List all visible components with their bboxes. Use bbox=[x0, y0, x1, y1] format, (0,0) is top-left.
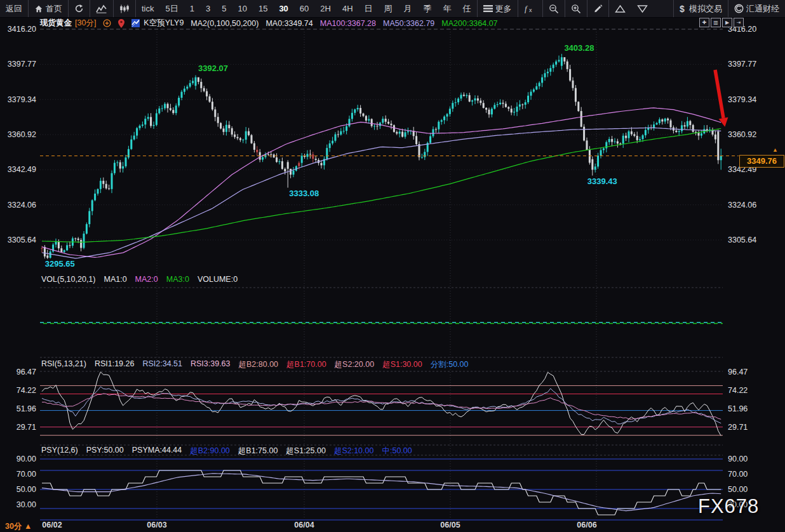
toolbar-item-label: 2H bbox=[320, 4, 331, 13]
toolbar-item-triangle-down[interactable] bbox=[631, 0, 654, 17]
rsi-line-RSI3 bbox=[42, 394, 721, 419]
date-axis-labels: 06/0206/0306/0406/0506/06 bbox=[42, 521, 596, 529]
toolbar-item-period-5[interactable]: 5 bbox=[216, 0, 232, 17]
svg-text:3342.49: 3342.49 bbox=[8, 165, 36, 174]
rsi-pane bbox=[40, 372, 723, 436]
toolbar-item-triangle-up[interactable] bbox=[608, 0, 631, 17]
add-indicator-icon[interactable] bbox=[103, 19, 111, 27]
toolbar-item-fx[interactable]: fx bbox=[518, 0, 542, 17]
psy-indicator-header: PSY(12,6)PSY:50.00PSYMA:44.44超B2:90.00超B… bbox=[41, 446, 412, 456]
trading-app-window: 返回首页tick5日135101530602H4H日周月季年任更多fx$模拟交易… bbox=[0, 0, 785, 532]
menu-icon bbox=[483, 4, 493, 13]
rsi-segment-2: RSI2:34.51 bbox=[142, 359, 182, 370]
psy-segment-0: PSY(12,6) bbox=[41, 446, 78, 456]
rsi-segment-6: 超S2:20.00 bbox=[335, 359, 375, 370]
rsi-axis-labels: 96.4796.4774.2274.2251.9651.9629.7129.71 bbox=[17, 368, 748, 432]
period-label: 30分 bbox=[5, 522, 22, 531]
svg-text:3324.06: 3324.06 bbox=[728, 201, 756, 209]
toolbar-item-candle-chart[interactable] bbox=[113, 0, 135, 17]
svg-text:90.00: 90.00 bbox=[728, 455, 748, 463]
toolbar-item-period-week[interactable]: 周 bbox=[379, 0, 398, 17]
toolbar-item-period-15[interactable]: 15 bbox=[253, 0, 273, 17]
toolbar-item-tick[interactable]: tick bbox=[135, 0, 160, 17]
toolbar-item-period-month[interactable]: 月 bbox=[398, 0, 418, 17]
toolbar-item-period-year[interactable]: 年 bbox=[438, 0, 457, 17]
panel-icon-dock[interactable]: ⇥ bbox=[734, 18, 744, 27]
psy-segment-1: PSY:50.00 bbox=[86, 446, 124, 456]
toolbar-item-label: 周 bbox=[384, 3, 392, 15]
vol-indicator-header: VOL(5,10,20,1)MA1:0MA2:0MA3:0VOLUME:0 bbox=[41, 275, 238, 284]
zoom-in-icon bbox=[571, 4, 581, 14]
toolbar-item-label: 更多 bbox=[495, 3, 512, 15]
panel-icon-play[interactable]: ▶ bbox=[722, 18, 732, 27]
svg-text:3379.34: 3379.34 bbox=[8, 95, 36, 104]
toolbar-item-period-5d[interactable]: 5日 bbox=[160, 0, 184, 17]
toolbar-item-period-2h[interactable]: 2H bbox=[314, 0, 337, 17]
moving-average-lines bbox=[42, 108, 721, 258]
pencil-icon bbox=[593, 4, 603, 13]
toolbar-item-zoom-out[interactable] bbox=[542, 0, 565, 17]
psy-segment-5: 超S1:25.00 bbox=[286, 446, 326, 456]
symbol-name: 现货黄金 bbox=[40, 18, 72, 29]
annotation-3333.08: 3333.08 bbox=[289, 189, 319, 198]
toolbar-item-label: 15 bbox=[258, 4, 267, 13]
toolbar-item-label: 5 bbox=[222, 4, 226, 13]
toolbar-item-home[interactable]: 首页 bbox=[28, 0, 68, 17]
triangle-down-icon bbox=[637, 4, 648, 13]
toolbar-item-back[interactable]: 返回 bbox=[0, 0, 28, 17]
toolbar-item-period-4h[interactable]: 4H bbox=[337, 0, 359, 17]
price-marker-icon: ▲ bbox=[772, 147, 778, 153]
svg-text:06/03: 06/03 bbox=[147, 521, 166, 529]
ma-line-MA50 bbox=[42, 128, 721, 258]
panel-icon-row: ✚▥▶⇥ bbox=[699, 18, 744, 27]
pin-icon[interactable] bbox=[118, 19, 124, 28]
rsi-segment-8: 分割:50.00 bbox=[431, 359, 469, 370]
svg-text:06/06: 06/06 bbox=[577, 521, 596, 529]
svg-text:29.71: 29.71 bbox=[17, 423, 36, 432]
toolbar-item-period-3[interactable]: 3 bbox=[200, 0, 216, 17]
zoom-out-icon bbox=[549, 4, 559, 14]
toolbar-item-line-chart[interactable] bbox=[90, 0, 113, 17]
price-annotations: 3295.653392.073333.083403.283339.43 bbox=[45, 43, 617, 269]
watermark: FX678 bbox=[698, 495, 759, 518]
toolbar-item-label: 日 bbox=[365, 3, 373, 15]
panel-icon-grid[interactable]: ▥ bbox=[711, 18, 721, 27]
study-name[interactable]: K空预YLY9 bbox=[131, 18, 184, 29]
toolbar-item-label: tick bbox=[142, 4, 154, 13]
psy-segment-7: 中:50.00 bbox=[382, 446, 412, 456]
ma-value-1: MA100:3367.28 bbox=[320, 19, 376, 28]
toolbar-item-refresh[interactable] bbox=[68, 0, 90, 17]
svg-text:90.00: 90.00 bbox=[17, 455, 36, 463]
annotation-3339.43: 3339.43 bbox=[587, 176, 617, 186]
toolbar-item-more[interactable]: 更多 bbox=[477, 0, 518, 17]
toolbar-item-period-quarter[interactable]: 季 bbox=[418, 0, 438, 17]
panel-icon-crosshair[interactable]: ✚ bbox=[699, 18, 709, 27]
period-selector[interactable]: 30分 ▲ bbox=[5, 521, 32, 532]
toolbar-item-period-30[interactable]: 30 bbox=[273, 0, 293, 17]
toolbar-item-period-day[interactable]: 日 bbox=[359, 0, 379, 17]
toolbar-item-label: 返回 bbox=[6, 3, 22, 15]
current-price-badge: 3349.76 bbox=[739, 155, 784, 168]
svg-text:74.22: 74.22 bbox=[728, 386, 748, 395]
toolbar-item-label: 4H bbox=[342, 4, 353, 13]
volume-pane bbox=[40, 323, 723, 324]
svg-text:x: x bbox=[529, 7, 532, 13]
svg-text:70.00: 70.00 bbox=[17, 470, 36, 479]
toolbar-item-period-10[interactable]: 10 bbox=[232, 0, 252, 17]
chevron-up-icon: ▲ bbox=[24, 522, 32, 531]
toolbar-item-sim-trade[interactable]: $模拟交易 bbox=[673, 0, 728, 17]
ma-value-0: MA0:3349.74 bbox=[265, 19, 312, 28]
toolbar-item-label: 首页 bbox=[46, 3, 62, 15]
fx-icon: fx bbox=[524, 4, 537, 13]
toolbar-item-period-60[interactable]: 60 bbox=[294, 0, 314, 17]
svg-text:3360.92: 3360.92 bbox=[728, 130, 756, 139]
logo-icon bbox=[734, 4, 744, 13]
toolbar-item-brand[interactable]: 汇通财经 bbox=[728, 0, 785, 17]
toolbar-item-zoom-in[interactable] bbox=[565, 0, 587, 17]
toolbar-item-label: 年 bbox=[443, 3, 452, 15]
ma-value-2: MA50:3362.79 bbox=[383, 19, 434, 28]
toolbar-item-period-custom[interactable]: 任 bbox=[457, 0, 477, 17]
psy-pane bbox=[40, 459, 723, 520]
toolbar-item-draw[interactable] bbox=[587, 0, 608, 17]
toolbar-item-period-1[interactable]: 1 bbox=[184, 0, 200, 17]
